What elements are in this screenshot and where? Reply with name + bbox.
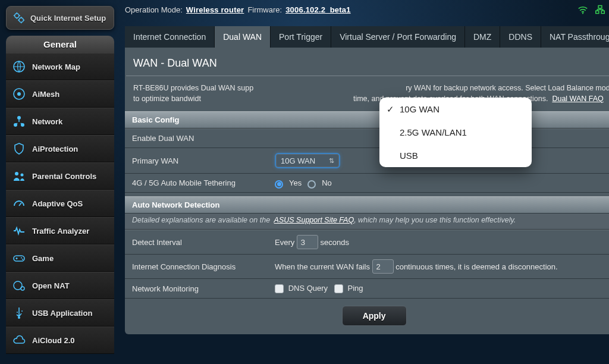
apply-button[interactable]: Apply	[342, 306, 407, 326]
sidebar-item-label: AiMesh	[32, 90, 59, 99]
sidebar-item-label: AiCloud 2.0	[32, 336, 75, 345]
gamepad-icon	[12, 251, 26, 265]
detect-interval-post: seconds	[320, 238, 349, 247]
cloud-icon	[12, 333, 26, 347]
wifi-icon[interactable]	[577, 5, 589, 14]
svg-point-1	[19, 18, 23, 22]
sidebar-item-aimesh[interactable]: AiMesh	[6, 80, 114, 108]
svg-point-0	[15, 14, 19, 18]
quick-setup-label: Quick Internet Setup	[30, 14, 106, 23]
basic-config-header: Basic Config	[125, 111, 609, 128]
sidebar-item-label: Adaptive QoS	[32, 199, 83, 208]
svg-point-11	[21, 258, 22, 259]
tab-internet-connection[interactable]: Internet Connection	[125, 26, 215, 48]
sidebar-item-aiprotection[interactable]: AiProtection	[6, 135, 114, 162]
tab-dmz[interactable]: DMZ	[465, 26, 500, 48]
tab-virtual-server[interactable]: Virtual Server / Port Forwarding	[331, 26, 465, 48]
diagnosis-label: Internet Connection Diagnosis	[125, 255, 268, 279]
auto-detect-header: Auto Network Detection	[125, 196, 609, 214]
sidebar-item-label: Network Map	[32, 62, 80, 71]
sidebar-item-label: AiProtection	[32, 145, 78, 153]
globe-gear-icon	[12, 278, 26, 293]
globe-icon	[12, 59, 26, 74]
page-description: RT-BE86U provides Dual WAN suppry WAN fo…	[125, 76, 609, 111]
gears-icon	[12, 11, 26, 24]
detect-interval-input[interactable]: 3	[297, 235, 318, 249]
diagnosis-count-input[interactable]: 2	[372, 259, 394, 274]
svg-point-4	[17, 92, 21, 96]
sidebar-item-usb-application[interactable]: USB Application	[6, 299, 114, 327]
people-icon	[12, 169, 26, 183]
dual-wan-faq-link[interactable]: Dual WAN FAQ	[552, 95, 603, 103]
sidebar-item-game[interactable]: Game	[6, 244, 114, 272]
diagnosis-pre: When the current WAN fails	[275, 262, 370, 271]
ping-label: Ping	[348, 284, 363, 293]
shield-icon	[12, 142, 26, 156]
network-monitoring-label: Network Monitoring	[125, 279, 268, 299]
svg-rect-19	[601, 11, 604, 13]
dns-query-checkbox[interactable]	[275, 284, 284, 293]
dropdown-option-10g-wan[interactable]: 10G WAN	[379, 98, 532, 121]
basic-config-table: Enable Dual WAN Primary WAN 10G WAN ⇅ 4G…	[125, 128, 609, 193]
tab-ddns[interactable]: DDNS	[500, 26, 541, 48]
fw-label: Firmware:	[247, 5, 282, 14]
sidebar-item-network-map[interactable]: Network Map	[6, 53, 114, 80]
top-status-line: Operation Mode: Wireless router Firmware…	[125, 5, 609, 14]
tethering-yes-label: Yes	[289, 178, 302, 187]
dns-query-label: DNS Query	[288, 284, 328, 293]
sidebar-item-open-nat[interactable]: Open NAT	[6, 272, 114, 299]
svg-rect-18	[596, 11, 599, 13]
content-card: WAN - Dual WAN RT-BE86U provides Dual WA…	[125, 48, 609, 334]
sidebar-item-label: Parental Controls	[32, 172, 96, 181]
sidebar: Quick Internet Setup General Network Map…	[0, 0, 119, 354]
sidebar-item-label: Traffic Analyzer	[32, 227, 89, 236]
op-mode-link[interactable]: Wireless router	[186, 5, 244, 14]
detect-interval-pre: Every	[275, 238, 294, 247]
sidebar-item-label: Game	[32, 254, 54, 263]
detect-interval-label: Detect Interval	[125, 230, 268, 255]
network-icon	[12, 114, 26, 128]
sidebar-section-general: General	[6, 36, 114, 53]
svg-rect-17	[598, 5, 602, 8]
main-panel: Operation Mode: Wireless router Firmware…	[119, 0, 609, 354]
auto-detect-subtext: Detailed explanations are available on t…	[125, 214, 609, 230]
primary-wan-dropdown[interactable]: 10G WAN 2.5G WAN/LAN1 USB	[379, 98, 532, 167]
tab-port-trigger[interactable]: Port Trigger	[271, 26, 331, 48]
tethering-label: 4G / 5G Auto Mobile Tethering	[125, 174, 268, 193]
sidebar-item-label: USB Application	[32, 309, 92, 318]
dropdown-option-25g-wanlan1[interactable]: 2.5G WAN/LAN1	[379, 121, 532, 144]
asus-support-faq-link[interactable]: ASUS Support Site FAQ	[274, 216, 354, 224]
primary-wan-select[interactable]: 10G WAN ⇅	[275, 153, 340, 168]
chevron-updown-icon: ⇅	[329, 157, 334, 165]
sidebar-item-parental-controls[interactable]: Parental Controls	[6, 162, 114, 190]
usb-icon	[12, 306, 26, 320]
fw-link[interactable]: 3006.102.2_beta1	[285, 5, 350, 14]
sidebar-item-aicloud[interactable]: AiCloud 2.0	[6, 327, 114, 354]
sidebar-item-network[interactable]: Network	[6, 108, 114, 135]
tethering-yes-radio[interactable]	[275, 180, 283, 189]
tab-nat-passthrough[interactable]: NAT Passthrough	[541, 26, 609, 48]
dropdown-option-usb[interactable]: USB	[379, 144, 532, 167]
lan-icon[interactable]	[595, 5, 605, 14]
svg-point-12	[22, 259, 23, 260]
tab-dual-wan[interactable]: Dual WAN	[215, 26, 271, 48]
sidebar-nav: Network Map AiMesh Network AiProtection …	[6, 53, 114, 354]
svg-rect-10	[14, 256, 24, 261]
sidebar-item-label: Network	[32, 117, 62, 126]
auto-detect-table: Detect Interval Every 3 seconds Internet…	[125, 230, 609, 299]
gauge-icon	[12, 196, 26, 211]
quick-internet-setup-button[interactable]: Quick Internet Setup	[6, 6, 114, 30]
tethering-no-radio[interactable]	[307, 180, 316, 189]
ping-checkbox[interactable]	[334, 284, 343, 293]
sidebar-item-traffic-analyzer[interactable]: Traffic Analyzer	[6, 217, 114, 244]
enable-dual-wan-label: Enable Dual WAN	[125, 129, 268, 148]
page-title: WAN - Dual WAN	[125, 48, 609, 76]
sidebar-item-label: Open NAT	[32, 281, 70, 290]
primary-wan-value: 10G WAN	[281, 156, 315, 165]
svg-point-16	[582, 12, 583, 14]
mesh-icon	[12, 87, 26, 101]
svg-point-9	[21, 174, 24, 177]
sidebar-item-adaptive-qos[interactable]: Adaptive QoS	[6, 190, 114, 217]
primary-wan-label: Primary WAN	[125, 148, 268, 174]
tethering-no-label: No	[322, 178, 332, 187]
